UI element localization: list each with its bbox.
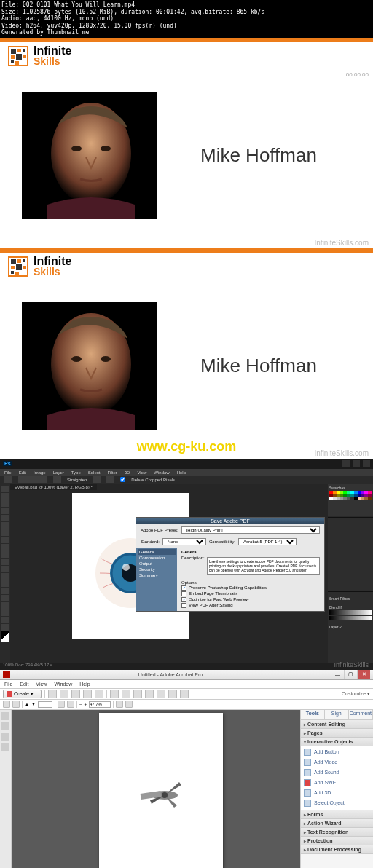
page-down-icon[interactable]: ▼: [31, 702, 36, 706]
menu-3d[interactable]: 3D: [125, 470, 130, 475]
pdf-page[interactable]: [99, 713, 223, 868]
wand-tool-icon[interactable]: [1, 508, 9, 514]
add-video-item[interactable]: Add Video: [304, 757, 370, 768]
close-button[interactable]: ✕: [357, 670, 370, 679]
maximize-button[interactable]: [353, 460, 360, 467]
eraser-tool-icon[interactable]: [1, 559, 9, 565]
compat-select[interactable]: Acrobat 5 (PDF 1.4): [238, 538, 297, 545]
view-after-save-checkbox[interactable]: [181, 603, 186, 608]
fit-icon[interactable]: [116, 701, 123, 708]
acrobat-document-area[interactable]: InfiniteSkills.com: [12, 710, 300, 868]
marquee-tool-icon[interactable]: [1, 493, 9, 500]
healing-tool-icon[interactable]: [1, 529, 9, 536]
swatches-panel[interactable]: Swatches: [328, 484, 373, 516]
thumbnails-icon[interactable]: [1, 712, 9, 720]
blur-tool-icon[interactable]: [1, 573, 9, 580]
menu-help[interactable]: Help: [79, 682, 90, 687]
customize-button[interactable]: Customize ▾: [342, 691, 370, 697]
page-input[interactable]: [38, 701, 52, 708]
maximize-button[interactable]: ▢: [344, 670, 357, 679]
tool-icon[interactable]: [157, 690, 165, 698]
overlay-icon[interactable]: [93, 476, 101, 483]
swap-icon[interactable]: [53, 476, 61, 483]
tool-icon[interactable]: [133, 690, 142, 698]
add-swf-item[interactable]: Add SWF: [304, 778, 370, 788]
page-thumb-icon[interactable]: [3, 701, 10, 708]
menu-image[interactable]: Image: [34, 470, 46, 475]
accordion-document-processing[interactable]: ▸Document Processing: [301, 845, 373, 853]
blend-gradient[interactable]: [329, 610, 372, 615]
add-3d-item[interactable]: Add 3D: [304, 788, 370, 798]
save-icon[interactable]: [60, 690, 68, 698]
page-up-icon[interactable]: ▲: [25, 702, 29, 706]
stamp-tool-icon[interactable]: [1, 544, 9, 551]
zoom-out-icon[interactable]: −: [79, 702, 82, 706]
tool-icon[interactable]: [180, 690, 189, 698]
fg-bg-color-icon[interactable]: [1, 631, 9, 642]
email-icon[interactable]: [83, 690, 92, 698]
sidebar-output[interactable]: Output: [138, 561, 176, 567]
minimize-button[interactable]: —: [331, 670, 344, 679]
menu-file[interactable]: File: [4, 682, 12, 687]
straighten-button[interactable]: Straighten: [67, 478, 87, 482]
menu-layer[interactable]: Layer: [53, 470, 64, 475]
blend-gradient[interactable]: [329, 616, 372, 620]
zoom-in-icon[interactable]: +: [84, 702, 87, 706]
open-icon[interactable]: [48, 690, 57, 698]
tool-icon[interactable]: [110, 690, 119, 698]
zoom-tool-icon[interactable]: [1, 624, 9, 631]
sidebar-summary[interactable]: Summary: [138, 572, 176, 578]
tool-icon[interactable]: [168, 690, 177, 698]
pen-tool-icon[interactable]: [1, 588, 9, 594]
share-icon[interactable]: [95, 690, 103, 698]
gear-icon[interactable]: [106, 476, 114, 483]
select-icon[interactable]: [67, 701, 74, 708]
menu-select[interactable]: Select: [88, 470, 101, 475]
nav-icon[interactable]: [12, 701, 20, 708]
tool-icon[interactable]: [145, 690, 154, 698]
attachments-icon[interactable]: [1, 733, 9, 741]
type-tool-icon[interactable]: [1, 595, 9, 601]
tab-sign[interactable]: Sign: [325, 710, 349, 719]
dodge-tool-icon[interactable]: [1, 580, 9, 587]
lasso-tool-icon[interactable]: [1, 500, 9, 507]
accordion-pages[interactable]: ▸Pages: [301, 729, 373, 737]
select-object-item[interactable]: Select Object: [304, 798, 370, 808]
accordion-text-recognition[interactable]: ▸Text Recognition: [301, 828, 373, 836]
tab-tools[interactable]: Tools: [301, 710, 325, 719]
menu-window[interactable]: Window: [154, 470, 169, 475]
brush-tool-icon[interactable]: [1, 537, 9, 543]
shape-tool-icon[interactable]: [1, 609, 9, 616]
crop-tool-icon[interactable]: [4, 476, 12, 483]
embed-thumbnails-checkbox[interactable]: [181, 591, 186, 596]
eyedropper-tool-icon[interactable]: [1, 522, 9, 529]
crop-tool-icon[interactable]: [1, 515, 9, 521]
adjustments-panel[interactable]: [328, 517, 373, 591]
create-button[interactable]: Create ▾: [3, 690, 42, 698]
add-button-item[interactable]: Add Button: [304, 747, 370, 757]
layer-name[interactable]: Layer 2: [329, 625, 372, 629]
ratio-dropdown[interactable]: [18, 476, 47, 483]
menu-window[interactable]: Window: [54, 682, 72, 687]
minimize-button[interactable]: [342, 460, 350, 467]
description-textarea[interactable]: Use these settings to create Adobe PDF d…: [207, 557, 320, 575]
menu-filter[interactable]: Filter: [107, 470, 117, 475]
menu-edit[interactable]: Edit: [20, 682, 28, 687]
accordion-forms[interactable]: ▸Forms: [301, 810, 373, 818]
menu-view[interactable]: View: [36, 682, 47, 687]
print-icon[interactable]: [71, 690, 80, 698]
swatch[interactable]: [368, 497, 372, 500]
optimize-web-checkbox[interactable]: ✓: [181, 597, 186, 602]
delete-cropped-checkbox[interactable]: [120, 477, 125, 482]
accordion-content-editing[interactable]: ▸Content Editing: [301, 720, 373, 728]
close-button[interactable]: [363, 460, 370, 467]
move-tool-icon[interactable]: [1, 486, 9, 492]
path-tool-icon[interactable]: [1, 602, 9, 609]
preserve-editing-checkbox[interactable]: ✓: [181, 585, 186, 591]
zoom-input[interactable]: [89, 701, 111, 708]
bookmarks-icon[interactable]: [1, 722, 9, 730]
sidebar-general[interactable]: General: [138, 549, 176, 555]
sidebar-compression[interactable]: Compression: [138, 555, 176, 561]
layers-panel[interactable]: Smart Filters Blend If: Layer 2: [328, 591, 373, 665]
fit-icon[interactable]: [125, 701, 133, 708]
